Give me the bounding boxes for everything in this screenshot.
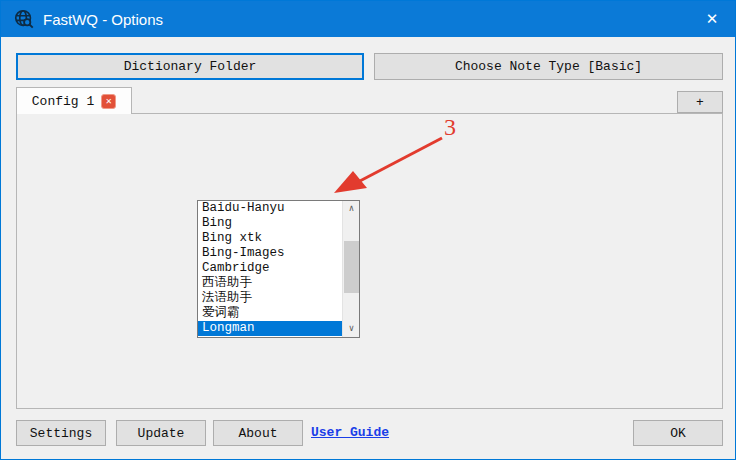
dropdown-item[interactable]: Bing-Images	[198, 246, 359, 261]
ok-button[interactable]: OK	[633, 420, 723, 446]
dropdown-item[interactable]: 法语助手	[198, 291, 359, 306]
dropdown-item[interactable]: Bing xtk	[198, 231, 359, 246]
user-guide-link[interactable]: User Guide	[311, 420, 389, 446]
tab-config-1[interactable]: Config 1 ✕	[16, 87, 132, 114]
dropdown-item[interactable]: Bing	[198, 216, 359, 231]
titlebar: FastWQ - Options ✕	[1, 1, 735, 37]
tab-close-icon[interactable]: ✕	[101, 94, 116, 109]
window-title: FastWQ - Options	[43, 11, 163, 28]
dropdown-item[interactable]: Cambridge	[198, 261, 359, 276]
dropdown-item[interactable]: Longman	[198, 321, 359, 336]
dropdown-scrollbar[interactable]: ∧ ∨	[342, 201, 359, 337]
dictionary-folder-button[interactable]: Dictionary Folder	[16, 53, 364, 80]
update-button[interactable]: Update	[116, 420, 206, 446]
scrollbar-thumb[interactable]	[344, 241, 359, 293]
dropdown-item[interactable]: Baidu-Hanyu	[198, 201, 359, 216]
dictionary-dropdown-list: Baidu-HanyuBingBing xtkBing-ImagesCambri…	[197, 200, 360, 338]
fastwq-options-window: FastWQ - Options ✕ Dictionary Folder Cho…	[0, 0, 736, 460]
dropdown-item[interactable]: 西语助手	[198, 276, 359, 291]
about-button[interactable]: About	[213, 420, 303, 446]
app-globe-search-icon	[13, 8, 35, 30]
choose-note-type-button[interactable]: Choose Note Type [Basic]	[374, 53, 723, 80]
dropdown-item[interactable]: 爱词霸	[198, 306, 359, 321]
scroll-down-icon[interactable]: ∨	[343, 321, 360, 337]
settings-button[interactable]: Settings	[16, 420, 106, 446]
close-icon[interactable]: ✕	[689, 1, 735, 37]
add-config-button[interactable]: +	[677, 91, 723, 113]
scroll-up-icon[interactable]: ∧	[343, 201, 360, 217]
tab-config-1-label: Config 1	[32, 94, 94, 109]
config-groupbox	[16, 113, 723, 409]
dropdown-items: Baidu-HanyuBingBing xtkBing-ImagesCambri…	[198, 201, 359, 336]
